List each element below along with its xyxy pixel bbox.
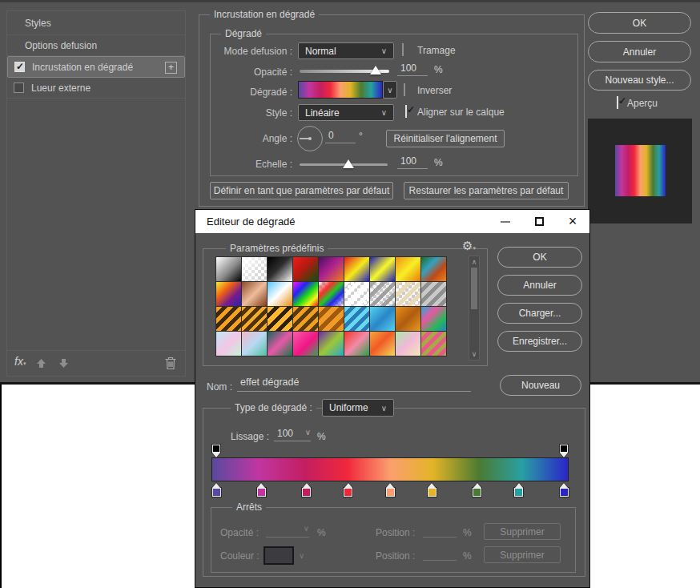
editor-cancel-button[interactable]: Annuler [497, 275, 582, 296]
preset-swatch[interactable] [242, 257, 267, 281]
scroll-down-icon[interactable]: ∨ [469, 350, 479, 358]
preset-swatch[interactable] [319, 282, 344, 306]
reset-alignment-button[interactable]: Réinitialiser l'alignement [386, 130, 505, 147]
name-input[interactable]: effet dégradé [237, 377, 471, 392]
color-stop-marker[interactable] [256, 483, 266, 497]
smoothness-input[interactable]: 100 ∨ [274, 428, 311, 441]
preset-swatch[interactable] [216, 282, 241, 306]
preset-swatch[interactable] [216, 307, 241, 331]
load-button[interactable]: Charger... [497, 303, 582, 324]
scale-value-input[interactable]: 100 [397, 155, 428, 169]
gradient-editor-titlebar[interactable]: Editeur de dégradé × [195, 210, 589, 233]
color-stop-marker[interactable] [473, 483, 482, 497]
preset-swatch[interactable] [344, 257, 369, 281]
ok-button[interactable]: OK [588, 12, 691, 34]
outer-glow-checkbox[interactable] [14, 83, 24, 93]
sidebar-item-outer-glow[interactable]: Lueur externe [7, 78, 185, 99]
preset-swatch[interactable] [396, 282, 420, 306]
style-select[interactable]: Linéaire ∨ [298, 104, 394, 121]
preset-swatch[interactable] [319, 257, 344, 281]
preset-swatch[interactable] [344, 307, 369, 331]
scale-slider-thumb[interactable] [343, 159, 354, 168]
presets-scrollbar[interactable]: ∧ ∨ [469, 256, 480, 360]
delete-opacity-stop-button[interactable]: Supprimer [484, 523, 561, 540]
preset-swatch[interactable] [268, 282, 292, 306]
opacity-slider-thumb[interactable] [370, 66, 381, 75]
stop-position-input[interactable] [423, 524, 457, 538]
preset-swatch[interactable] [344, 282, 369, 306]
color-stop-marker[interactable] [211, 483, 221, 497]
move-effect-up-icon[interactable] [36, 358, 46, 369]
opacity-stop-marker[interactable] [211, 445, 221, 457]
preset-swatch[interactable] [370, 332, 395, 356]
preset-swatch[interactable] [268, 257, 292, 281]
blend-mode-select[interactable]: Normal ∨ [298, 42, 394, 59]
new-style-button[interactable]: Nouveau style... [588, 70, 691, 91]
align-with-layer-checkbox[interactable] [405, 105, 407, 118]
color-stop-marker[interactable] [344, 483, 353, 497]
close-button[interactable]: × [556, 210, 589, 233]
color-stop-marker[interactable] [559, 483, 569, 497]
preset-swatch[interactable] [242, 282, 267, 306]
preset-swatch[interactable] [268, 307, 292, 331]
delete-effect-trash-icon[interactable] [164, 356, 177, 370]
angle-value-input[interactable]: 0 [325, 130, 356, 143]
preset-swatch[interactable] [319, 307, 344, 331]
preset-swatch[interactable] [421, 282, 446, 306]
gradient-overlay-checkbox[interactable] [14, 62, 25, 72]
dither-checkbox[interactable] [402, 43, 404, 56]
preset-swatch[interactable] [421, 332, 446, 356]
preset-swatch[interactable] [396, 307, 420, 331]
preset-swatch[interactable] [242, 307, 267, 331]
new-gradient-button[interactable]: Nouveau [500, 375, 581, 396]
stop-position2-input[interactable] [423, 547, 457, 561]
preset-swatch[interactable] [216, 332, 241, 356]
preview-checkbox[interactable] [617, 96, 618, 109]
editor-ok-button[interactable]: OK [497, 247, 582, 268]
preset-swatch[interactable] [319, 332, 344, 356]
set-as-default-button[interactable]: Définir en tant que paramètres par défau… [210, 182, 393, 199]
gradient-picker-chevron-button[interactable]: ∨ [383, 81, 397, 99]
preset-swatch[interactable] [216, 257, 241, 281]
opacity-stop-marker[interactable] [559, 445, 569, 457]
sidebar-item-blending-options[interactable]: Options defusion [7, 35, 185, 56]
scrollbar-thumb[interactable] [471, 268, 477, 309]
fx-menu-button[interactable]: fx▾ [14, 355, 26, 368]
cancel-button[interactable]: Annuler [588, 41, 691, 62]
color-stop-marker[interactable] [385, 483, 395, 497]
preset-swatch[interactable] [396, 332, 420, 356]
gradient-type-select[interactable]: Uniforme ∨ [322, 399, 394, 417]
add-effect-icon[interactable]: + [165, 62, 177, 74]
presets-gear-menu-icon[interactable]: ⚙▾ [462, 240, 476, 254]
preset-swatch[interactable] [396, 257, 420, 281]
minimize-button[interactable] [489, 210, 522, 233]
preset-swatch[interactable] [370, 307, 395, 331]
preset-swatch[interactable] [421, 307, 446, 331]
preset-swatch[interactable] [293, 332, 318, 356]
color-stop-marker[interactable] [427, 483, 436, 497]
preset-swatch[interactable] [242, 332, 267, 356]
preset-swatch[interactable] [293, 257, 318, 281]
preset-swatch[interactable] [293, 307, 318, 331]
gradient-preview-bar[interactable] [211, 457, 569, 481]
reverse-checkbox[interactable] [404, 83, 405, 96]
color-stop-marker[interactable] [514, 483, 524, 497]
move-effect-down-icon[interactable] [58, 358, 69, 369]
angle-dial[interactable] [297, 126, 323, 151]
stop-opacity-input[interactable]: ∨ [266, 524, 309, 538]
preset-swatch[interactable] [370, 257, 395, 281]
maximize-button[interactable] [522, 210, 556, 233]
delete-color-stop-button[interactable]: Supprimer [484, 546, 561, 563]
preset-swatch[interactable] [268, 332, 292, 356]
preset-swatch[interactable] [344, 332, 369, 356]
gradient-swatch-strip[interactable] [298, 81, 383, 99]
opacity-value-input[interactable]: 100 [397, 62, 428, 76]
color-stop-marker[interactable] [302, 483, 312, 497]
restore-default-button[interactable]: Restaurer les paramètres par défaut [404, 182, 569, 199]
scroll-up-icon[interactable]: ∧ [469, 258, 479, 266]
preset-swatch[interactable] [421, 257, 446, 281]
save-button[interactable]: Enregistrer... [497, 331, 582, 352]
sidebar-item-gradient-overlay[interactable]: Incrustation en dégradé + [7, 56, 185, 78]
preset-swatch[interactable] [370, 282, 395, 306]
sidebar-item-styles[interactable]: Styles [7, 11, 185, 35]
